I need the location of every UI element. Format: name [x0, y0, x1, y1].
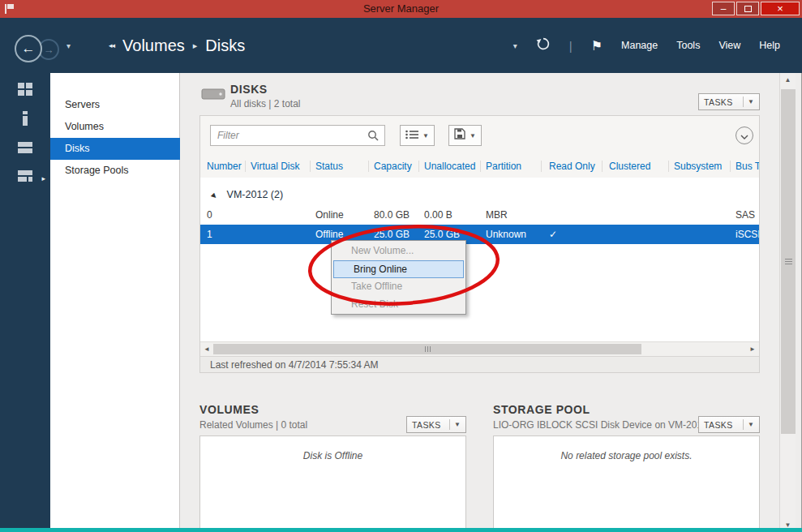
column-header-virtual-disk[interactable]: Virtual Disk — [251, 155, 299, 178]
chevron-down-icon: ▼ — [470, 132, 476, 139]
cell-unallocated: 0.00 B — [424, 205, 452, 225]
cell-bus-type: SAS — [736, 205, 755, 225]
volumes-pane-subtitle: Related Volumes | 0 total — [199, 419, 307, 431]
close-button[interactable]: × — [761, 2, 800, 15]
context-menu-item-reset-disk[interactable]: Reset Disk — [332, 296, 465, 314]
storage-pool-pane: No related storage pool exists. — [493, 435, 760, 532]
table-row-disk-0[interactable]: 0 Online 80.0 GB 0.00 B MBR SAS — [200, 205, 759, 225]
file-storage-services-icon — [18, 170, 32, 187]
storage-pool-tasks-button[interactable]: TASKS ▼ — [698, 416, 760, 433]
rail-all-servers-button[interactable] — [0, 138, 50, 161]
context-menu-item-take-offline[interactable]: Take Offline — [332, 278, 465, 296]
group-label: VM-2012 (2) — [227, 189, 283, 200]
volumes-pane-title: VOLUMES — [199, 403, 259, 416]
filter-toolbar: ▼ ▼ — [200, 116, 759, 155]
breadcrumb: ◂◂ Volumes ▸ Disks — [109, 18, 245, 73]
last-refreshed-text: Last refreshed on 4/7/2014 7:55:34 AM — [210, 359, 378, 371]
disks-tasks-button[interactable]: TASKS ▼ — [698, 93, 760, 110]
tasks-label: TASKS — [704, 420, 733, 430]
column-header-status[interactable]: Status — [315, 155, 343, 178]
maximize-icon — [744, 6, 752, 12]
column-header-number[interactable]: Number — [207, 155, 242, 178]
sidebar-item-label: Storage Pools — [65, 165, 129, 176]
dashboard-icon — [18, 83, 32, 99]
column-header-read-only[interactable]: Read Only — [549, 155, 595, 178]
column-header-partition[interactable]: Partition — [486, 155, 521, 178]
chevron-down-icon: ▼ — [748, 421, 754, 428]
column-header-capacity[interactable]: Capacity — [374, 155, 412, 178]
disks-panel: ▼ ▼ Numb — [199, 115, 760, 373]
rail-local-server-button[interactable] — [0, 109, 50, 131]
minimize-icon: – — [721, 3, 727, 15]
search-icon — [367, 130, 379, 144]
vertical-scroll-thumb[interactable] — [781, 89, 796, 434]
collapse-triangle-icon[interactable]: ▶ — [205, 187, 222, 204]
horizontal-scrollbar[interactable]: ◄ ► — [200, 341, 759, 356]
breadcrumb-section[interactable]: Volumes — [122, 36, 185, 55]
horizontal-scroll-thumb[interactable] — [213, 344, 641, 354]
all-servers-icon — [18, 141, 32, 157]
scroll-right-icon[interactable]: ► — [746, 342, 759, 356]
sidebar-item-volumes[interactable]: Volumes — [50, 116, 180, 138]
disk-drive-icon — [201, 86, 225, 105]
chevron-down-icon: ▼ — [422, 132, 429, 139]
breadcrumb-separator-icon: ▸ — [193, 41, 198, 51]
tasks-label: TASKS — [412, 420, 441, 430]
taskbar-edge-strip — [0, 528, 802, 532]
refresh-icon[interactable] — [536, 36, 551, 54]
context-menu-item-bring-online[interactable]: Bring Online — [333, 260, 464, 278]
menu-view[interactable]: View — [718, 40, 740, 51]
menu-manage[interactable]: Manage — [621, 40, 658, 51]
sidebar-item-label: Disks — [65, 143, 90, 154]
menu-tools[interactable]: Tools — [676, 40, 700, 51]
volumes-pane: Disk is Offline — [199, 435, 466, 532]
maximize-button[interactable] — [736, 2, 759, 15]
nav-bar: ← → ▾ ◂◂ Volumes ▸ Disks ▾ | ⚑ Manage To… — [0, 18, 802, 73]
filter-criteria-button[interactable]: ▼ — [400, 125, 435, 146]
sidebar-item-storage-pools[interactable]: Storage Pools — [50, 160, 180, 182]
scroll-up-icon[interactable]: ▲ — [780, 73, 796, 87]
scroll-left-icon[interactable]: ◄ — [200, 342, 213, 356]
notifications-flag-icon[interactable]: ⚑ — [591, 38, 603, 54]
refresh-dropdown-icon[interactable]: ▾ — [513, 41, 517, 50]
cell-number: 0 — [207, 205, 212, 225]
rail-dashboard-button[interactable] — [0, 79, 50, 102]
refresh-status-bar: Last refreshed on 4/7/2014 7:55:34 AM — [200, 356, 759, 373]
filter-input[interactable] — [210, 125, 385, 146]
breadcrumb-page[interactable]: Disks — [205, 36, 245, 55]
chevron-down-icon: ▼ — [748, 98, 754, 105]
group-row-vm2012[interactable]: ▶ VM-2012 (2) — [200, 184, 759, 204]
chevron-down-icon — [740, 128, 748, 143]
list-icon — [405, 128, 418, 143]
rail-file-storage-button[interactable]: ▸ — [0, 167, 50, 190]
cell-bus-type: iSCSI — [736, 225, 760, 244]
sidebar: Servers Volumes Disks Storage Pools — [50, 73, 180, 532]
sidebar-item-disks[interactable]: Disks — [50, 138, 180, 160]
storage-pool-pane-subtitle: LIO-ORG IBLOCK SCSI Disk Device on VM-20… — [493, 419, 708, 431]
column-header-subsystem[interactable]: Subsystem — [674, 155, 722, 178]
save-icon — [454, 128, 465, 143]
column-header-clustered[interactable]: Clustered — [609, 155, 650, 178]
chevron-down-icon: ▼ — [454, 421, 461, 428]
column-header-bus-type[interactable]: Bus T — [736, 155, 760, 178]
breadcrumb-collapse-icon[interactable]: ◂◂ — [109, 41, 114, 49]
saved-queries-button[interactable]: ▼ — [448, 125, 482, 146]
menu-help[interactable]: Help — [759, 40, 780, 51]
collapse-panel-button[interactable] — [736, 127, 753, 144]
cell-partition: Unknown — [486, 225, 526, 244]
back-button[interactable]: ← — [15, 35, 42, 62]
sidebar-item-label: Servers — [65, 99, 100, 110]
back-arrow-icon: ← — [22, 41, 36, 57]
cell-status: Online — [315, 205, 344, 225]
minimize-button[interactable]: – — [712, 2, 735, 15]
window-title: Server Manager — [0, 0, 802, 18]
table-row-disk-1[interactable]: 1 Offline 25.0 GB 25.0 GB Unknown ✓ iSCS… — [200, 225, 759, 244]
sidebar-item-servers[interactable]: Servers — [50, 94, 180, 116]
context-menu-item-new-volume[interactable]: New Volume... — [332, 242, 465, 260]
rail-expand-icon[interactable]: ▸ — [41, 174, 45, 182]
column-header-unallocated[interactable]: Unallocated — [424, 155, 475, 178]
history-dropdown[interactable]: ▾ — [66, 41, 71, 50]
volumes-tasks-button[interactable]: TASKS ▼ — [406, 416, 466, 433]
disks-panel-subtitle: All disks | 2 total — [230, 98, 300, 109]
vertical-scrollbar[interactable]: ▲ ▼ — [779, 73, 796, 532]
